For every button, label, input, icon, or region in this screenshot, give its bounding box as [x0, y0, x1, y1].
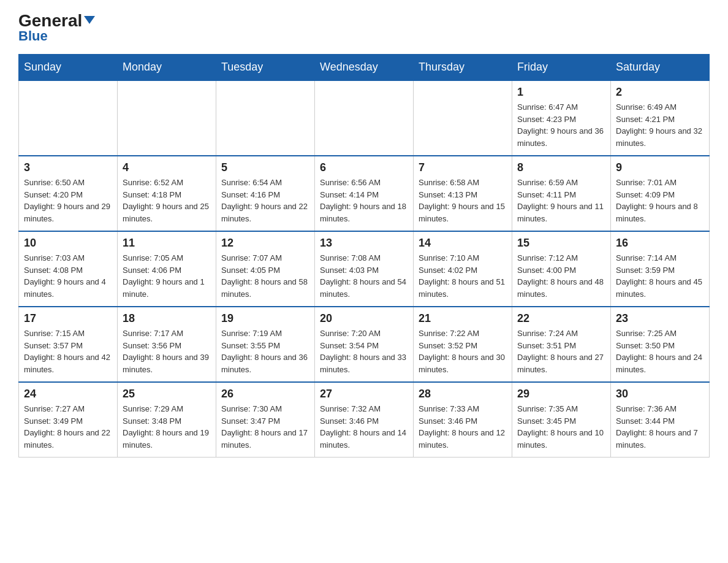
day-number: 23: [616, 312, 704, 325]
calendar-cell: 6Sunrise: 6:56 AMSunset: 4:14 PMDaylight…: [315, 156, 414, 231]
day-number: 16: [616, 237, 704, 250]
day-number: 26: [221, 388, 309, 400]
calendar-cell: 20Sunrise: 7:20 AMSunset: 3:54 PMDayligh…: [315, 307, 414, 382]
calendar-cell: 30Sunrise: 7:36 AMSunset: 3:44 PMDayligh…: [611, 382, 710, 458]
calendar-cell: [118, 80, 216, 156]
day-number: 18: [123, 312, 211, 325]
calendar-cell: 27Sunrise: 7:32 AMSunset: 3:46 PMDayligh…: [315, 382, 414, 458]
day-number: 13: [320, 237, 408, 250]
calendar-cell: 4Sunrise: 6:52 AMSunset: 4:18 PMDaylight…: [118, 156, 216, 231]
day-info: Sunrise: 6:50 AMSunset: 4:20 PMDaylight:…: [24, 177, 112, 224]
calendar-cell: [315, 80, 414, 156]
day-number: 10: [24, 237, 112, 250]
day-number: 28: [419, 388, 507, 400]
week-row: 24Sunrise: 7:27 AMSunset: 3:49 PMDayligh…: [19, 382, 710, 458]
day-info: Sunrise: 7:19 AMSunset: 3:55 PMDaylight:…: [221, 327, 309, 375]
day-of-week-header: Saturday: [611, 55, 710, 81]
day-of-week-header: Tuesday: [216, 55, 315, 81]
day-number: 1: [517, 86, 605, 99]
day-info: Sunrise: 6:47 AMSunset: 4:23 PMDaylight:…: [517, 101, 605, 149]
calendar-cell: 2Sunrise: 6:49 AMSunset: 4:21 PMDaylight…: [611, 80, 710, 156]
day-of-week-header: Thursday: [414, 55, 512, 81]
day-info: Sunrise: 7:35 AMSunset: 3:45 PMDaylight:…: [517, 403, 605, 451]
calendar-cell: 12Sunrise: 7:07 AMSunset: 4:05 PMDayligh…: [216, 231, 315, 307]
day-info: Sunrise: 7:07 AMSunset: 4:05 PMDaylight:…: [221, 252, 309, 300]
calendar-cell: 22Sunrise: 7:24 AMSunset: 3:51 PMDayligh…: [512, 307, 611, 382]
day-info: Sunrise: 7:01 AMSunset: 4:09 PMDaylight:…: [616, 177, 704, 224]
day-number: 30: [616, 388, 704, 400]
day-info: Sunrise: 7:14 AMSunset: 3:59 PMDaylight:…: [616, 252, 704, 300]
calendar-cell: 17Sunrise: 7:15 AMSunset: 3:57 PMDayligh…: [19, 307, 118, 382]
calendar-cell: 18Sunrise: 7:17 AMSunset: 3:56 PMDayligh…: [118, 307, 216, 382]
calendar-cell: 16Sunrise: 7:14 AMSunset: 3:59 PMDayligh…: [611, 231, 710, 307]
day-number: 22: [517, 312, 605, 325]
day-number: 8: [517, 161, 605, 174]
day-number: 21: [419, 312, 507, 325]
calendar-cell: [216, 80, 315, 156]
calendar-cell: 11Sunrise: 7:05 AMSunset: 4:06 PMDayligh…: [118, 231, 216, 307]
day-info: Sunrise: 7:22 AMSunset: 3:52 PMDaylight:…: [419, 327, 507, 375]
calendar-cell: 28Sunrise: 7:33 AMSunset: 3:46 PMDayligh…: [414, 382, 512, 458]
calendar-cell: 15Sunrise: 7:12 AMSunset: 4:00 PMDayligh…: [512, 231, 611, 307]
calendar-cell: [19, 80, 118, 156]
day-info: Sunrise: 6:52 AMSunset: 4:18 PMDaylight:…: [123, 177, 211, 224]
calendar-cell: 10Sunrise: 7:03 AMSunset: 4:08 PMDayligh…: [19, 231, 118, 307]
day-info: Sunrise: 7:33 AMSunset: 3:46 PMDaylight:…: [419, 403, 507, 451]
day-number: 19: [221, 312, 309, 325]
day-number: 27: [320, 388, 408, 400]
day-info: Sunrise: 7:08 AMSunset: 4:03 PMDaylight:…: [320, 252, 408, 300]
day-number: 29: [517, 388, 605, 400]
day-number: 7: [419, 161, 507, 174]
day-number: 11: [123, 237, 211, 250]
day-info: Sunrise: 7:29 AMSunset: 3:48 PMDaylight:…: [123, 403, 211, 451]
week-row: 10Sunrise: 7:03 AMSunset: 4:08 PMDayligh…: [19, 231, 710, 307]
day-info: Sunrise: 7:24 AMSunset: 3:51 PMDaylight:…: [517, 327, 605, 375]
day-info: Sunrise: 6:59 AMSunset: 4:11 PMDaylight:…: [517, 177, 605, 224]
day-info: Sunrise: 7:36 AMSunset: 3:44 PMDaylight:…: [616, 403, 704, 451]
day-number: 6: [320, 161, 408, 174]
day-info: Sunrise: 7:03 AMSunset: 4:08 PMDaylight:…: [24, 252, 112, 300]
day-number: 2: [616, 86, 704, 99]
calendar-cell: 13Sunrise: 7:08 AMSunset: 4:03 PMDayligh…: [315, 231, 414, 307]
week-row: 3Sunrise: 6:50 AMSunset: 4:20 PMDaylight…: [19, 156, 710, 231]
day-info: Sunrise: 7:25 AMSunset: 3:50 PMDaylight:…: [616, 327, 704, 375]
day-info: Sunrise: 7:20 AMSunset: 3:54 PMDaylight:…: [320, 327, 408, 375]
calendar-cell: 23Sunrise: 7:25 AMSunset: 3:50 PMDayligh…: [611, 307, 710, 382]
calendar-cell: 21Sunrise: 7:22 AMSunset: 3:52 PMDayligh…: [414, 307, 512, 382]
logo-general: General: [18, 12, 95, 29]
calendar-header-row: SundayMondayTuesdayWednesdayThursdayFrid…: [19, 55, 710, 81]
day-info: Sunrise: 7:27 AMSunset: 3:49 PMDaylight:…: [24, 403, 112, 451]
logo-blue: Blue: [18, 28, 48, 44]
day-of-week-header: Monday: [118, 55, 216, 81]
day-of-week-header: Wednesday: [315, 55, 414, 81]
day-info: Sunrise: 7:15 AMSunset: 3:57 PMDaylight:…: [24, 327, 112, 375]
page-header: General Blue: [18, 12, 710, 44]
day-number: 24: [24, 388, 112, 400]
day-info: Sunrise: 6:54 AMSunset: 4:16 PMDaylight:…: [221, 177, 309, 224]
day-number: 9: [616, 161, 704, 174]
day-info: Sunrise: 7:12 AMSunset: 4:00 PMDaylight:…: [517, 252, 605, 300]
day-info: Sunrise: 7:30 AMSunset: 3:47 PMDaylight:…: [221, 403, 309, 451]
day-number: 20: [320, 312, 408, 325]
calendar-cell: 7Sunrise: 6:58 AMSunset: 4:13 PMDaylight…: [414, 156, 512, 231]
calendar-cell: [414, 80, 512, 156]
calendar-cell: 3Sunrise: 6:50 AMSunset: 4:20 PMDaylight…: [19, 156, 118, 231]
day-info: Sunrise: 6:49 AMSunset: 4:21 PMDaylight:…: [616, 101, 704, 149]
day-info: Sunrise: 7:05 AMSunset: 4:06 PMDaylight:…: [123, 252, 211, 300]
day-number: 12: [221, 237, 309, 250]
logo: General Blue: [18, 12, 95, 44]
week-row: 17Sunrise: 7:15 AMSunset: 3:57 PMDayligh…: [19, 307, 710, 382]
calendar-cell: 5Sunrise: 6:54 AMSunset: 4:16 PMDaylight…: [216, 156, 315, 231]
day-number: 25: [123, 388, 211, 400]
day-of-week-header: Sunday: [19, 55, 118, 81]
day-of-week-header: Friday: [512, 55, 611, 81]
calendar-cell: 29Sunrise: 7:35 AMSunset: 3:45 PMDayligh…: [512, 382, 611, 458]
day-number: 4: [123, 161, 211, 174]
calendar-cell: 14Sunrise: 7:10 AMSunset: 4:02 PMDayligh…: [414, 231, 512, 307]
calendar-table: SundayMondayTuesdayWednesdayThursdayFrid…: [18, 54, 710, 458]
day-number: 17: [24, 312, 112, 325]
day-number: 14: [419, 237, 507, 250]
day-number: 5: [221, 161, 309, 174]
day-info: Sunrise: 7:32 AMSunset: 3:46 PMDaylight:…: [320, 403, 408, 451]
calendar-cell: 19Sunrise: 7:19 AMSunset: 3:55 PMDayligh…: [216, 307, 315, 382]
